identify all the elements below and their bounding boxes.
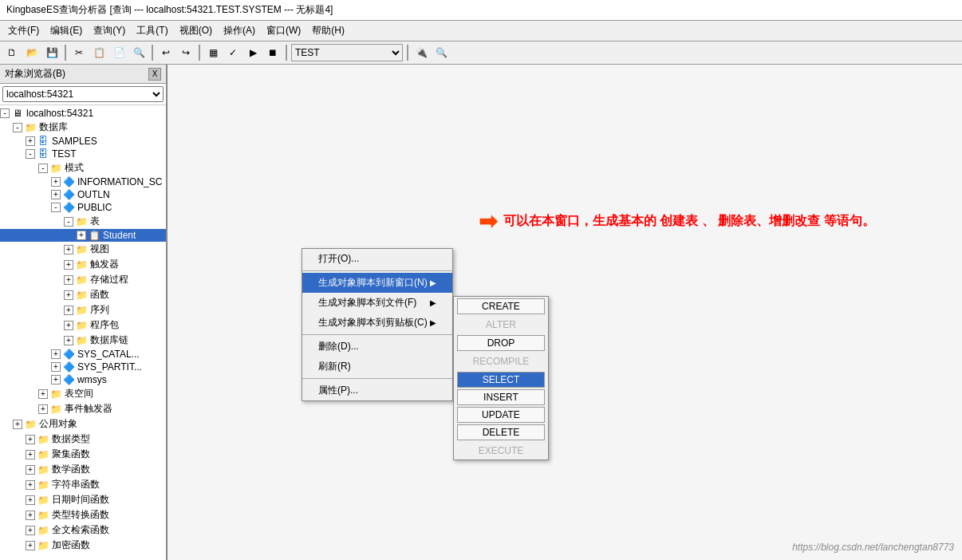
tree-item-strfuncs[interactable]: + 📁 字符串函数 <box>0 477 166 492</box>
tree-toggle-functions[interactable]: + <box>64 290 73 300</box>
submenu-insert[interactable]: INSERT <box>457 389 545 405</box>
tree-item-convfuncs[interactable]: + 📁 类型转换函数 <box>0 507 166 523</box>
tree-item-procedures[interactable]: + 📁 存储过程 <box>0 272 166 287</box>
tree-item-triggers[interactable]: + 📁 触发器 <box>0 257 166 272</box>
tree-item-syscatalog[interactable]: + 🔷 SYS_CATAL... <box>0 348 166 361</box>
tree-toggle-packages[interactable]: + <box>64 321 73 330</box>
tree-item-encryptfuncs[interactable]: + 📁 加密函数 <box>0 538 166 553</box>
toolbar-cut[interactable]: ✂ <box>70 44 88 61</box>
toolbar-check[interactable]: ✓ <box>224 44 242 61</box>
tree-toggle-datetimefuncs[interactable]: + <box>26 495 35 505</box>
submenu-drop[interactable]: DROP <box>457 335 545 351</box>
toolbar-stop[interactable]: ⏹ <box>264 44 282 61</box>
tree-item-student[interactable]: + 📋 Student <box>0 229 166 242</box>
tree-toggle-schema[interactable]: - <box>38 164 48 173</box>
tree-item-syspartit[interactable]: + 🔷 SYS_PARTIT... <box>0 361 166 373</box>
menu-edit[interactable]: 编辑(E) <box>45 22 87 39</box>
menu-query[interactable]: 查询(Y) <box>89 22 130 39</box>
tree-toggle-dblinks[interactable]: + <box>64 336 73 345</box>
toolbar-paste[interactable]: 📄 <box>110 44 128 61</box>
tree-toggle-tables[interactable]: - <box>64 217 73 227</box>
tree-item-public[interactable]: - 🔷 PUBLIC <box>0 201 166 214</box>
tree-item-publicobjs[interactable]: + 📁 公用对象 <box>0 416 166 432</box>
tree-toggle-encryptfuncs[interactable]: + <box>26 541 35 550</box>
ctx-script-clip[interactable]: 生成对象脚本到剪贴板(C) ▶ <box>302 313 452 333</box>
tree-toggle-aggfuncs[interactable]: + <box>26 450 35 459</box>
tree-item-root[interactable]: - 🖥 localhost:54321 <box>0 107 166 120</box>
submenu-update[interactable]: UPDATE <box>457 407 545 423</box>
tree-item-eventtriggers[interactable]: + 📁 事件触发器 <box>0 401 166 416</box>
tree-item-schema[interactable]: - 📁 模式 <box>0 160 166 175</box>
toolbar-run[interactable]: ▶ <box>244 44 262 61</box>
tree-item-test[interactable]: - 🗄 TEST <box>0 148 166 160</box>
tree-toggle-mathfuncs[interactable]: + <box>26 465 35 475</box>
tree-item-samples[interactable]: + 🗄 SAMPLES <box>0 135 166 148</box>
tree-toggle-views[interactable]: + <box>64 245 73 254</box>
connection-select[interactable]: localhost:54321 <box>2 86 164 102</box>
submenu-create[interactable]: CREATE <box>457 298 545 314</box>
tree-toggle-wmsys[interactable]: + <box>51 375 61 385</box>
menu-actions[interactable]: 操作(A) <box>219 22 260 39</box>
toolbar-open[interactable]: 📂 <box>23 44 41 61</box>
toolbar-grid[interactable]: ▦ <box>204 44 222 61</box>
tree-toggle-syspartit[interactable]: + <box>51 362 61 372</box>
toolbar-find[interactable]: 🔍 <box>130 44 148 61</box>
tree-toggle-convfuncs[interactable]: + <box>26 511 35 520</box>
tree-toggle-infosc[interactable]: + <box>51 177 61 187</box>
tree-toggle-eventtriggers[interactable]: + <box>38 404 48 414</box>
tree-toggle-datatypes[interactable]: + <box>26 435 35 444</box>
toolbar-undo[interactable]: ↩ <box>157 44 175 61</box>
toolbar-redo[interactable]: ↪ <box>177 44 195 61</box>
tree-toggle-tablespaces[interactable]: + <box>38 389 48 399</box>
tree-item-functions[interactable]: + 📁 函数 <box>0 287 166 302</box>
tree-item-db[interactable]: - 📁 数据库 <box>0 120 166 135</box>
tree-toggle-strfuncs[interactable]: + <box>26 480 35 490</box>
toolbar-copy[interactable]: 📋 <box>90 44 108 61</box>
tree-toggle-procedures[interactable]: + <box>64 275 73 285</box>
tree-toggle-public[interactable]: - <box>51 203 61 212</box>
tree-toggle-root[interactable]: - <box>0 108 10 118</box>
tree-item-packages[interactable]: + 📁 程序包 <box>0 317 166 333</box>
tree-item-datatypes[interactable]: + 📁 数据类型 <box>0 432 166 447</box>
tree-toggle-samples[interactable]: + <box>26 136 35 146</box>
tree-toggle-triggers[interactable]: + <box>64 260 73 270</box>
menu-window[interactable]: 窗口(W) <box>262 22 306 39</box>
toolbar-save[interactable]: 💾 <box>43 44 61 61</box>
tree-item-mathfuncs[interactable]: + 📁 数学函数 <box>0 462 166 477</box>
tree-toggle-ftsearchfuncs[interactable]: + <box>26 526 35 535</box>
tree-toggle-db[interactable]: - <box>13 123 22 132</box>
tree-item-outln[interactable]: + 🔷 OUTLN <box>0 188 166 201</box>
tree-toggle-test[interactable]: - <box>26 149 35 159</box>
ctx-script-new[interactable]: 生成对象脚本到新窗口(N) ▶ <box>302 273 452 293</box>
toolbar-new[interactable]: 🗋 <box>3 44 21 61</box>
menu-file[interactable]: 文件(F) <box>3 22 44 39</box>
ctx-script-file[interactable]: 生成对象脚本到文件(F) ▶ <box>302 293 452 313</box>
tree-item-tables[interactable]: - 📁 表 <box>0 214 166 229</box>
tree-toggle-student[interactable]: + <box>77 231 86 240</box>
submenu-delete[interactable]: DELETE <box>457 424 545 440</box>
toolbar-search2[interactable]: 🔍 <box>432 44 450 61</box>
toolbar-connect[interactable]: 🔌 <box>412 44 430 61</box>
tree-item-dblinks[interactable]: + 📁 数据库链 <box>0 333 166 348</box>
tree-toggle-syscatalog[interactable]: + <box>51 349 61 359</box>
ctx-refresh[interactable]: 刷新(R) <box>302 357 452 377</box>
ctx-open[interactable]: 打开(O)... <box>302 249 452 269</box>
menu-tools[interactable]: 工具(T) <box>132 22 172 39</box>
menu-view[interactable]: 视图(O) <box>175 22 217 39</box>
tree-item-datetimefuncs[interactable]: + 📁 日期时间函数 <box>0 492 166 507</box>
db-selector[interactable]: TEST SAMPLES <box>291 44 403 61</box>
ctx-delete[interactable]: 删除(D)... <box>302 337 452 357</box>
tree-toggle-publicobjs[interactable]: + <box>13 420 22 429</box>
tree-item-infosc[interactable]: + 🔷 INFORMATION_SC <box>0 175 166 188</box>
ctx-props[interactable]: 属性(P)... <box>302 381 452 400</box>
sidebar-close-button[interactable]: X <box>148 68 161 81</box>
tree-toggle-outln[interactable]: + <box>51 190 61 199</box>
menu-help[interactable]: 帮助(H) <box>307 22 349 39</box>
tree-item-aggfuncs[interactable]: + 📁 聚集函数 <box>0 447 166 462</box>
sidebar-tree[interactable]: - 🖥 localhost:54321 - 📁 数据库 + 🗄 SAMPLES <box>0 105 166 560</box>
tree-item-views[interactable]: + 📁 视图 <box>0 242 166 257</box>
tree-item-ftsearchfuncs[interactable]: + 📁 全文检索函数 <box>0 523 166 538</box>
tree-item-wmsys[interactable]: + 🔷 wmsys <box>0 373 166 386</box>
tree-item-tablespaces[interactable]: + 📁 表空间 <box>0 386 166 401</box>
tree-toggle-sequences[interactable]: + <box>64 306 73 315</box>
